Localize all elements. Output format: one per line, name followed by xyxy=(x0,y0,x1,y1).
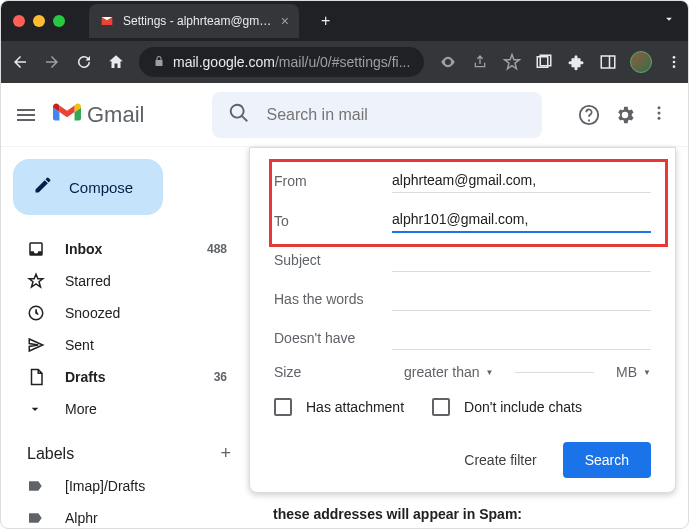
search-input[interactable] xyxy=(266,106,526,124)
sidepanel-icon[interactable] xyxy=(598,52,618,72)
compose-button[interactable]: Compose xyxy=(13,159,163,215)
sidebar-item-starred[interactable]: Starred xyxy=(1,265,249,297)
size-label: Size xyxy=(274,364,392,380)
url-text: mail.google.com/mail/u/0/#settings/fi... xyxy=(173,54,410,70)
more-vert-icon[interactable] xyxy=(650,104,672,126)
haswords-label: Has the words xyxy=(274,291,392,311)
size-operator-select[interactable]: greater than ▼ xyxy=(404,364,493,380)
tab-overview-icon[interactable] xyxy=(534,52,554,72)
has-attachment-checkbox[interactable]: Has attachment xyxy=(274,398,404,416)
from-label: From xyxy=(274,173,392,193)
search-bar[interactable] xyxy=(212,92,542,138)
window-close-dot[interactable] xyxy=(13,15,25,27)
nav-label: More xyxy=(65,401,237,417)
has-attachment-label: Has attachment xyxy=(306,399,404,415)
nav-count: 36 xyxy=(214,370,227,384)
nav-count: 488 xyxy=(207,242,227,256)
add-label-button[interactable]: + xyxy=(220,443,231,464)
new-tab-button[interactable]: + xyxy=(321,12,330,30)
dropdown-triangle-icon: ▼ xyxy=(486,368,494,377)
nav-label: Snoozed xyxy=(65,305,237,321)
sidebar-item-inbox[interactable]: Inbox 488 xyxy=(1,233,249,265)
help-icon[interactable] xyxy=(578,104,600,126)
svg-point-8 xyxy=(658,106,661,109)
send-icon xyxy=(27,336,47,354)
from-input[interactable] xyxy=(392,168,651,193)
gmail-favicon-icon xyxy=(99,13,115,29)
subject-input[interactable] xyxy=(392,247,651,272)
doesnt-input[interactable] xyxy=(392,325,651,350)
home-icon[interactable] xyxy=(107,52,125,72)
svg-rect-2 xyxy=(602,56,616,68)
nav-label: Drafts xyxy=(65,369,196,385)
chevron-down-icon xyxy=(27,401,47,417)
label-text: Alphr xyxy=(65,510,237,526)
sidebar-item-sent[interactable]: Sent xyxy=(1,329,249,361)
svg-point-5 xyxy=(673,61,676,64)
gmail-logo[interactable]: Gmail xyxy=(53,102,144,128)
inbox-icon xyxy=(27,240,47,258)
tab-title: Settings - alphrteam@gmail.co xyxy=(123,14,273,28)
checkbox-icon xyxy=(274,398,292,416)
create-filter-button[interactable]: Create filter xyxy=(452,442,548,478)
clock-icon xyxy=(27,304,47,322)
nav-label: Inbox xyxy=(65,241,189,257)
extensions-icon[interactable] xyxy=(566,52,586,72)
back-icon[interactable] xyxy=(11,52,29,72)
dont-include-chats-checkbox[interactable]: Don't include chats xyxy=(432,398,582,416)
subject-label: Subject xyxy=(274,252,392,272)
browser-tab[interactable]: Settings - alphrteam@gmail.co × xyxy=(89,4,299,38)
reload-icon[interactable] xyxy=(75,52,93,72)
sidebar-item-snoozed[interactable]: Snoozed xyxy=(1,297,249,329)
share-icon[interactable] xyxy=(470,52,490,72)
nav-label: Starred xyxy=(65,273,237,289)
filter-panel: From To Subject Has the words Doesn't ha… xyxy=(249,147,676,493)
sidebar-label-item[interactable]: Alphr xyxy=(1,502,249,529)
nav-label: Sent xyxy=(65,337,237,353)
file-icon xyxy=(27,368,47,386)
search-icon[interactable] xyxy=(228,102,250,128)
gmail-m-icon xyxy=(53,102,81,128)
sidebar-item-drafts[interactable]: Drafts 36 xyxy=(1,361,249,393)
search-button[interactable]: Search xyxy=(563,442,651,478)
pencil-icon xyxy=(33,175,53,199)
checkbox-icon xyxy=(432,398,450,416)
sidebar-label-item[interactable]: [Imap]/Drafts xyxy=(1,470,249,502)
tabs-dropdown-icon[interactable] xyxy=(662,12,676,30)
main-menu-icon[interactable] xyxy=(17,109,35,121)
labels-heading: Labels xyxy=(27,445,74,463)
dropdown-triangle-icon: ▼ xyxy=(643,368,651,377)
svg-point-6 xyxy=(673,65,676,68)
star-outline-icon xyxy=(27,272,47,290)
lock-icon xyxy=(153,55,165,70)
address-bar[interactable]: mail.google.com/mail/u/0/#settings/fi... xyxy=(139,47,424,77)
window-min-dot[interactable] xyxy=(33,15,45,27)
size-value-input[interactable] xyxy=(515,372,594,373)
size-unit-select[interactable]: MB ▼ xyxy=(616,364,651,380)
svg-point-10 xyxy=(658,116,661,119)
svg-point-9 xyxy=(658,111,661,114)
compose-label: Compose xyxy=(69,179,133,196)
to-input[interactable] xyxy=(392,207,651,233)
background-settings-text: these addresses will appear in Spam: xyxy=(273,506,522,522)
label-icon xyxy=(27,510,47,526)
gear-icon[interactable] xyxy=(614,104,636,126)
doesnt-label: Doesn't have xyxy=(274,330,392,350)
window-max-dot[interactable] xyxy=(53,15,65,27)
forward-icon[interactable] xyxy=(43,52,61,72)
sidebar-item-more[interactable]: More xyxy=(1,393,249,425)
dont-include-label: Don't include chats xyxy=(464,399,582,415)
label-text: [Imap]/Drafts xyxy=(65,478,237,494)
label-icon xyxy=(27,478,47,494)
svg-point-4 xyxy=(673,56,676,59)
haswords-input[interactable] xyxy=(392,286,651,311)
star-icon[interactable] xyxy=(502,52,522,72)
close-icon[interactable]: × xyxy=(281,13,289,29)
kebab-icon[interactable] xyxy=(664,52,684,72)
profile-extension-icon[interactable] xyxy=(630,51,652,73)
eye-icon[interactable] xyxy=(438,52,458,72)
to-label: To xyxy=(274,213,392,233)
gmail-wordmark: Gmail xyxy=(87,102,144,128)
